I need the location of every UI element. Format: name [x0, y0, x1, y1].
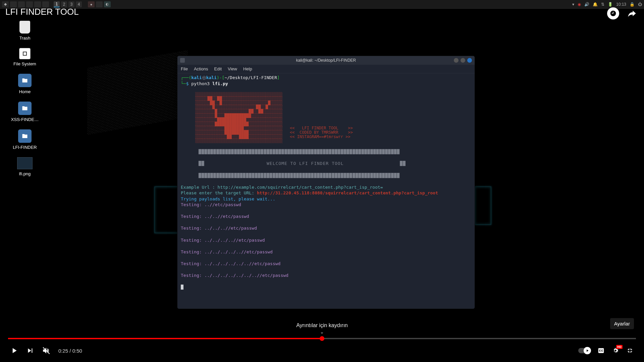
progress-bar[interactable]: [8, 338, 636, 339]
taskbar-app-icon[interactable]: [18, 1, 25, 7]
desktop-icon-home[interactable]: Home: [8, 74, 42, 94]
terminal-body[interactable]: ┌──(kali㉿kali)-[~/Desktop/LFI-FINDER] └─…: [177, 73, 475, 309]
os-taskbar: ◆ 1 2 3 4 ● ◐ ▾ ◉ 🔊 🔔 ⇅ 🔋 10:13 🔒 ⏻: [0, 0, 644, 9]
settings-tooltip: Ayarlar: [610, 318, 634, 329]
menu-edit[interactable]: Edit: [214, 66, 222, 71]
share-button[interactable]: [626, 7, 638, 19]
watch-later-button[interactable]: [607, 7, 619, 19]
tray-notification-icon[interactable]: 🔔: [593, 2, 598, 7]
desktop-icon-lfipng[interactable]: lfi.png: [8, 157, 42, 176]
tray-icon[interactable]: ▾: [572, 2, 574, 7]
terminal-menubar: File Actions Edit View Help: [177, 65, 475, 73]
workspace-2[interactable]: 2: [61, 1, 67, 7]
trash-icon: [19, 21, 30, 34]
taskbar-app-icon[interactable]: [42, 1, 49, 7]
taskbar-app-icon[interactable]: [10, 1, 17, 7]
desktop-icon-label: Trash: [19, 36, 31, 41]
menu-actions[interactable]: Actions: [194, 66, 208, 71]
folder-icon: [18, 74, 32, 87]
app-menu-icon[interactable]: ◆: [2, 1, 9, 7]
desktop-icon-label: LFI-FINDER: [13, 145, 37, 150]
window-titlebar[interactable]: kali@kali: ~/Desktop/LFI-FINDER: [177, 56, 475, 65]
menu-view[interactable]: View: [228, 66, 237, 71]
window-close-button[interactable]: [467, 58, 472, 63]
fs-icon: [19, 48, 31, 59]
tray-network-icon[interactable]: ⇅: [601, 2, 604, 7]
workspace-1[interactable]: 1: [54, 1, 60, 7]
mute-button[interactable]: [40, 345, 52, 357]
menu-help[interactable]: Help: [243, 66, 252, 71]
next-button[interactable]: [24, 345, 36, 357]
time-display: 0:25 / 0:50: [58, 348, 82, 354]
window-minimize-button[interactable]: [454, 58, 459, 63]
tray-clock[interactable]: 10:13: [616, 2, 626, 7]
window-maximize-button[interactable]: [461, 58, 465, 63]
taskbar-app-icon[interactable]: [34, 1, 41, 7]
desktop: TrashFile SystemHomeXSS-FINDE…LFI-FINDER…: [0, 9, 644, 362]
current-time: 0:25: [58, 348, 68, 354]
captions-button[interactable]: [595, 345, 607, 357]
taskbar-terminal-icon[interactable]: [96, 1, 103, 7]
desktop-icon-label: File System: [13, 61, 36, 66]
autoplay-toggle[interactable]: [578, 348, 590, 353]
video-player-controls: 0:25 / 0:50 HD: [0, 338, 644, 362]
hd-badge: HD: [616, 345, 623, 349]
wallpaper-decoration: [475, 186, 491, 225]
play-button[interactable]: [8, 345, 20, 357]
workspace-3[interactable]: 3: [68, 1, 74, 7]
tray-lock-icon[interactable]: 🔒: [630, 2, 635, 7]
chevron-down-icon: ⌄: [296, 329, 348, 335]
menu-file[interactable]: File: [181, 66, 188, 71]
tray-record-icon[interactable]: ◉: [578, 2, 581, 7]
video-title: LFI FINDER TOOL: [5, 7, 79, 17]
desktop-icon-label: lfi.png: [19, 171, 31, 176]
folder-icon: [18, 129, 32, 143]
taskbar-indicator-icon[interactable]: ●: [88, 1, 95, 7]
window-app-icon: [180, 58, 185, 63]
scroll-hint: Ayrıntılar için kaydırın ⌄: [296, 322, 348, 335]
tray-battery-icon[interactable]: 🔋: [608, 2, 613, 7]
taskbar-app-icon[interactable]: [26, 1, 33, 7]
desktop-icon-lfifinder[interactable]: LFI-FINDER: [8, 129, 42, 150]
workspace-4[interactable]: 4: [76, 1, 82, 7]
wallpaper-decoration: [87, 50, 188, 135]
tray-power-icon[interactable]: ⏻: [638, 2, 642, 7]
window-title: kali@kali: ~/Desktop/LFI-FINDER: [296, 58, 356, 63]
desktop-icon-label: XSS-FINDE…: [11, 117, 39, 122]
scroll-hint-text: Ayrıntılar için kaydırın: [296, 322, 348, 328]
fullscreen-exit-button[interactable]: [624, 345, 636, 357]
folder-icon: [18, 102, 32, 115]
terminal-window: kali@kali: ~/Desktop/LFI-FINDER File Act…: [177, 56, 475, 309]
taskbar-indicator-icon[interactable]: ◐: [104, 1, 111, 7]
desktop-icon-xssfinder[interactable]: XSS-FINDE…: [8, 102, 42, 122]
thumb-icon: [17, 157, 33, 169]
desktop-icon-label: Home: [19, 89, 31, 94]
desktop-icon-filesystem[interactable]: File System: [8, 48, 42, 66]
desktop-icon-trash[interactable]: Trash: [8, 21, 42, 41]
duration: 0:50: [72, 348, 82, 354]
tray-volume-icon[interactable]: 🔊: [584, 2, 589, 7]
settings-button[interactable]: HD: [612, 347, 619, 354]
